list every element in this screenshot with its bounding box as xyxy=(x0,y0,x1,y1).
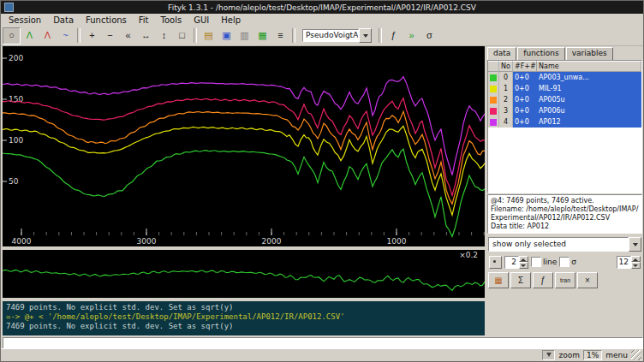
header-name: Name xyxy=(537,61,641,72)
dataset-row[interactable]: 00+0AP003_unwa... xyxy=(488,72,641,83)
baseline-mode-button[interactable]: ~ xyxy=(57,27,75,45)
dataset-rows: 00+0AP003_unwa...10+0MIL-9120+0AP005u30+… xyxy=(488,72,641,128)
function-type-combo[interactable]: PseudoVoigtA xyxy=(302,28,372,43)
shift-spinner[interactable]: 12 xyxy=(617,256,641,269)
spinner-arrows[interactable] xyxy=(631,256,641,269)
dataset-number: 0 xyxy=(499,72,513,83)
aux-curve xyxy=(3,270,485,290)
zoom-horizontal-button[interactable]: ↔ xyxy=(137,27,155,45)
info-points: @4: 7469 points, 7469 active. xyxy=(491,197,639,205)
output-console[interactable]: 7469 points. No explicit std. dev. Set a… xyxy=(3,301,485,335)
menu-tools[interactable]: Tools xyxy=(155,15,188,25)
tab-data[interactable]: data xyxy=(487,47,516,61)
dataset-number: 1 xyxy=(499,83,513,94)
zoom-mode-button[interactable]: ○ xyxy=(3,27,21,45)
line-checkbox[interactable]: line xyxy=(531,257,557,267)
dataset-row[interactable]: 40+0AP012 xyxy=(488,116,641,128)
point-size-spinner[interactable]: 2 xyxy=(504,256,528,269)
statusbar-right: zoom 1% menu xyxy=(542,350,641,360)
zoom-vertical-button[interactable]: ↕ xyxy=(155,27,173,45)
line-checkbox-label: line xyxy=(543,258,557,266)
script-editor-button[interactable]: ≡ xyxy=(271,27,289,45)
header-no: No xyxy=(499,61,513,72)
dataset-fcount: 0+0 xyxy=(513,83,537,94)
toolbar-right-group: ƒ»σ xyxy=(385,27,438,45)
chart-image-icon: ▦ xyxy=(258,31,266,40)
aux-scale-label: ×0.2 xyxy=(459,251,478,259)
dataset-fcount: 0+0 xyxy=(513,94,537,105)
console-line: 7469 points. No explicit std. dev. Set a… xyxy=(6,303,481,312)
dataset-info: @4: 7469 points, 7469 active. Filename: … xyxy=(487,194,642,234)
sum-button[interactable]: Σ xyxy=(510,272,531,288)
menu-button[interactable]: menu xyxy=(605,351,628,359)
main-plot[interactable]: 200150100504000300020001000 xyxy=(3,46,485,246)
dataset-number: 3 xyxy=(499,105,513,116)
console-line: =-> @+ < '/home/aleplo/test/Desktop/IMAP… xyxy=(6,312,481,322)
titlebar[interactable]: Fityk 1.3.1 - /home/aleplo/test/Desktop/… xyxy=(1,1,643,14)
x-tick-label: 2000 xyxy=(262,237,282,246)
header-fcount: #F+# xyxy=(513,61,537,72)
add-function-button[interactable]: ƒ xyxy=(385,27,402,45)
menu-data[interactable]: Data xyxy=(47,15,80,25)
run-fit-button[interactable]: » xyxy=(402,27,420,45)
spinner-arrows[interactable] xyxy=(519,256,528,269)
resize-grip[interactable] xyxy=(631,350,641,360)
line-checkbox-box[interactable] xyxy=(531,257,541,267)
zoom-out-button[interactable]: − xyxy=(101,27,119,45)
run-arrows-icon: » xyxy=(408,31,414,40)
delete-dataset-button[interactable]: × xyxy=(577,272,598,288)
y-tick-label: 50 xyxy=(9,177,19,186)
close-icon: × xyxy=(585,276,590,285)
sigma-checkbox-box[interactable] xyxy=(559,257,569,267)
dataset-name: AP003_unwa... xyxy=(537,72,641,83)
chevron-down-icon[interactable] xyxy=(629,237,641,252)
copy-function-button[interactable]: ƒ xyxy=(533,272,553,288)
dataset-color-swatch xyxy=(488,72,499,83)
tab-functions[interactable]: functions xyxy=(517,47,564,61)
zoom-previous-button[interactable]: « xyxy=(119,27,137,45)
app-icon xyxy=(4,3,14,12)
menu-help[interactable]: Help xyxy=(215,15,247,25)
open-session-button[interactable]: ▤ xyxy=(200,27,218,45)
dataset-row[interactable]: 10+0MIL-91 xyxy=(488,83,641,94)
show-filter-dropdown[interactable]: show only selected xyxy=(488,237,641,252)
menu-session[interactable]: Session xyxy=(3,15,47,25)
dataset-fcount: 0+0 xyxy=(513,105,537,116)
save-session-button[interactable]: ▣ xyxy=(218,27,236,45)
dataset-row[interactable]: 30+0AP006u xyxy=(488,105,641,116)
function-type-value: PseudoVoigtA xyxy=(302,29,359,42)
add-peak-mode-button[interactable]: Λ xyxy=(39,27,57,45)
dataset-row[interactable]: 20+0AP005u xyxy=(488,94,641,105)
x-tick-label: 4000 xyxy=(12,237,32,246)
auxiliary-plot-canvas[interactable] xyxy=(3,250,485,298)
menu-fit[interactable]: Fit xyxy=(133,15,155,25)
fit-settings-button[interactable]: σ xyxy=(420,27,438,45)
data-range-mode-button[interactable]: Λ xyxy=(21,27,39,45)
fityk-window: Fityk 1.3.1 - /home/aleplo/test/Desktop/… xyxy=(0,0,644,362)
display-controls: 2 line σ 12 xyxy=(489,255,641,269)
magnifier-vertical-icon: ↕ xyxy=(162,31,167,40)
data-table-icon: ▦ xyxy=(494,276,502,285)
transform-button[interactable]: tran xyxy=(555,272,575,288)
zoom-all-button[interactable]: □ xyxy=(173,27,191,45)
auxiliary-plot[interactable]: ×0.2 xyxy=(3,250,485,298)
dataset-color-swatch xyxy=(488,94,499,105)
edit-data-button[interactable]: ▦ xyxy=(488,272,509,288)
tab-variables[interactable]: variables xyxy=(566,47,613,61)
point-size-icon xyxy=(489,256,502,269)
menu-gui[interactable]: GUI xyxy=(188,15,215,25)
chevron-down-icon[interactable] xyxy=(359,28,372,43)
y-tick-label: 200 xyxy=(9,54,23,62)
sigma-checkbox[interactable]: σ xyxy=(559,257,576,267)
zoom-in-button[interactable]: + xyxy=(83,27,101,45)
export-sheet-icon: ▥ xyxy=(240,31,248,40)
info-filename: Filename: /home/aleplo/test/Desktop/IMAP… xyxy=(491,205,639,223)
save-image-button[interactable]: ▦ xyxy=(253,27,271,45)
x-tick-label: 3000 xyxy=(137,237,157,246)
zoom-button[interactable]: zoom xyxy=(558,351,580,359)
sigma-checkbox-label: σ xyxy=(571,258,576,266)
pointer-icon[interactable] xyxy=(542,350,555,360)
menu-functions[interactable]: Functions xyxy=(80,15,133,25)
export-data-button[interactable]: ▥ xyxy=(236,27,253,45)
main-plot-canvas[interactable]: 200150100504000300020001000 xyxy=(3,46,485,246)
